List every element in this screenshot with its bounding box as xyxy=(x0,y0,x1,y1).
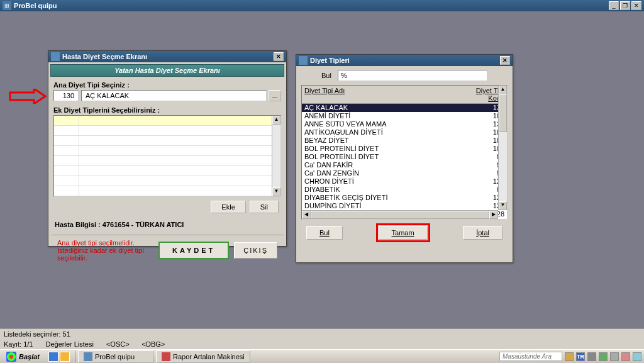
scrollbar-horizontal[interactable]: ◀ ▶ xyxy=(302,210,498,219)
table-row[interactable]: Ca' DAN ZENGİN98 xyxy=(302,169,507,177)
scroll-up-icon[interactable]: ▲ xyxy=(499,86,507,94)
list-item[interactable] xyxy=(54,146,280,156)
table-row[interactable]: AÇ KALACAK130 xyxy=(302,104,507,112)
app-title: ProBel quipu xyxy=(14,2,609,9)
cell-name: BOL PROTEİNLİ DİYET xyxy=(302,145,457,153)
system-tray: TR xyxy=(499,352,641,361)
table-row[interactable]: CHRON DİYETİ122 xyxy=(302,177,507,186)
annotation-arrow xyxy=(9,89,47,105)
list-item[interactable] xyxy=(54,136,280,146)
main-diet-row: 130 AÇ KALACAK ... xyxy=(53,90,281,101)
status-dbg: <DBG> xyxy=(142,340,165,348)
window-icon xyxy=(51,52,60,61)
main-diet-label: Ana Diyet Tipi Seçiniz : xyxy=(48,79,286,90)
tray-icon[interactable] xyxy=(610,352,619,361)
task-label: ProBel quipu xyxy=(95,353,135,360)
bul-button[interactable]: Bul xyxy=(306,226,343,240)
scrollbar-vertical[interactable]: ▲ ▼ xyxy=(498,86,507,210)
main-diet-name[interactable]: AÇ KALACAK xyxy=(81,90,267,101)
cell-name: ANTİKOAGULAN DİYETİ xyxy=(302,128,457,137)
app-icon xyxy=(162,352,170,361)
close-icon[interactable]: ✕ xyxy=(500,56,510,65)
task-rapor[interactable]: Rapor Artalan Makinesi xyxy=(156,350,250,363)
window-icon xyxy=(299,56,308,65)
col-name[interactable]: Diyet Tipi Adı xyxy=(302,86,457,103)
close-button[interactable]: ✕ xyxy=(631,1,641,10)
table-row[interactable]: ANEMİ DİYETİ103 xyxy=(302,112,507,120)
browse-button[interactable]: ... xyxy=(269,90,281,101)
cell-name: Ca' DAN ZENGİN xyxy=(302,169,457,177)
ekle-button[interactable]: Ekle xyxy=(211,201,245,213)
list-item[interactable] xyxy=(54,186,280,196)
language-indicator[interactable]: TR xyxy=(576,352,585,361)
cell-name: AÇ KALACAK xyxy=(302,104,457,112)
table-row[interactable]: DİYABETİK GEÇİŞ DİYETİ126 xyxy=(302,194,507,202)
scroll-right-icon[interactable]: ▶ xyxy=(489,211,498,219)
table-row[interactable]: BEYAZ DİYET108 xyxy=(302,137,507,145)
scroll-up-icon[interactable]: ▲ xyxy=(272,116,280,125)
start-button[interactable]: Başlat xyxy=(3,350,43,363)
taskbar: Başlat ProBel quipu Rapor Artalan Makine… xyxy=(0,349,644,363)
sil-button[interactable]: Sil xyxy=(250,201,279,213)
cell-name: Ca' DAN FAKİR xyxy=(302,161,457,169)
scroll-track[interactable] xyxy=(272,125,280,187)
ie-icon[interactable] xyxy=(48,352,58,362)
scroll-left-icon[interactable]: ◀ xyxy=(302,211,311,219)
table-row[interactable]: DUMPİNG DİYETİ123 xyxy=(302,202,507,210)
cell-name: CHRON DİYETİ xyxy=(302,177,457,186)
tray-icon[interactable] xyxy=(633,352,641,361)
status-bar: Listedeki seçimler: 51 Kayıt: 1/1 Değerl… xyxy=(0,328,644,349)
task-label: Rapor Artalan Makinesi xyxy=(173,353,245,360)
patient-info: Hasta Bilgisi : 4761654 - TÜRKAN ATICI xyxy=(48,217,286,232)
table-row[interactable]: ANTİKOAGULAN DİYETİ104 xyxy=(302,128,507,137)
scroll-down-icon[interactable]: ▼ xyxy=(272,187,280,196)
table-row[interactable]: ANNE SÜTÜ VEYA MAMA131 xyxy=(302,120,507,128)
close-icon[interactable]: ✕ xyxy=(274,52,284,61)
table-row[interactable]: Ca' DAN FAKİR97 xyxy=(302,161,507,169)
tray-icon[interactable] xyxy=(599,352,608,361)
hint-text: Ana diyet tipi seçilmelidir. İstediğiniz… xyxy=(57,239,153,262)
window-title-text: Hasta Diyet Seçme Ekranı xyxy=(62,53,274,60)
chrome-icon[interactable] xyxy=(60,352,70,362)
list-item[interactable] xyxy=(54,156,280,166)
scrollbar[interactable]: ▲ ▼ xyxy=(272,116,280,196)
quick-launch xyxy=(46,352,72,362)
iptal-button[interactable]: İptal xyxy=(463,226,502,240)
tray-icon[interactable] xyxy=(565,352,574,361)
cell-name: ANEMİ DİYETİ xyxy=(302,112,457,120)
search-label: Bul xyxy=(321,72,331,79)
list-item[interactable] xyxy=(54,166,280,176)
cell-name: DUMPİNG DİYETİ xyxy=(302,202,457,210)
desktop-search-input[interactable] xyxy=(499,352,562,361)
list-item[interactable] xyxy=(54,116,280,126)
kaydet-button[interactable]: KAYDET xyxy=(158,242,229,259)
table-row[interactable]: BOL PROTEİNLİ DİYET88 xyxy=(302,153,507,161)
cell-name: DİYABETİK GEÇİŞ DİYETİ xyxy=(302,194,457,202)
diet-types-titlebar[interactable]: Diyet Tipleri ✕ xyxy=(296,55,513,66)
list-item[interactable] xyxy=(54,176,280,186)
cikis-button[interactable]: ÇIKIŞ xyxy=(234,242,277,259)
diet-types-list[interactable]: Diyet Tipi Adı Diyet Tipi Kodu AÇ KALACA… xyxy=(301,85,508,220)
scroll-thumb[interactable] xyxy=(311,211,489,219)
status-osc: <OSC> xyxy=(106,340,130,348)
app-icon: ⊞ xyxy=(3,1,11,10)
extra-diet-grid[interactable]: ▲ ▼ xyxy=(53,115,281,197)
tamam-button[interactable]: Tamam xyxy=(379,226,428,240)
main-diet-code[interactable]: 130 xyxy=(53,90,79,101)
tray-icon[interactable] xyxy=(621,352,630,361)
status-selections: Listedeki seçimler: 51 xyxy=(4,330,640,339)
diet-select-titlebar[interactable]: Hasta Diyet Seçme Ekranı ✕ xyxy=(48,51,286,62)
scroll-down-icon[interactable]: ▼ xyxy=(499,201,507,210)
scroll-thumb[interactable] xyxy=(499,94,507,132)
maximize-button[interactable]: ❐ xyxy=(620,1,630,10)
scroll-track[interactable] xyxy=(499,132,507,201)
extra-diet-label: Ek Diyet Tiplerini Seçebilirsiniz : xyxy=(48,104,286,115)
minimize-button[interactable]: _ xyxy=(609,1,619,10)
table-row[interactable]: BOL PROTEİNLİ DİYET100 xyxy=(302,145,507,153)
cell-name: DİYABETİK xyxy=(302,186,457,194)
table-row[interactable]: DİYABETİK85 xyxy=(302,186,507,194)
tray-icon[interactable] xyxy=(587,352,596,361)
search-input[interactable] xyxy=(338,70,487,81)
list-item[interactable] xyxy=(54,126,280,136)
task-probel[interactable]: ProBel quipu xyxy=(78,350,153,363)
